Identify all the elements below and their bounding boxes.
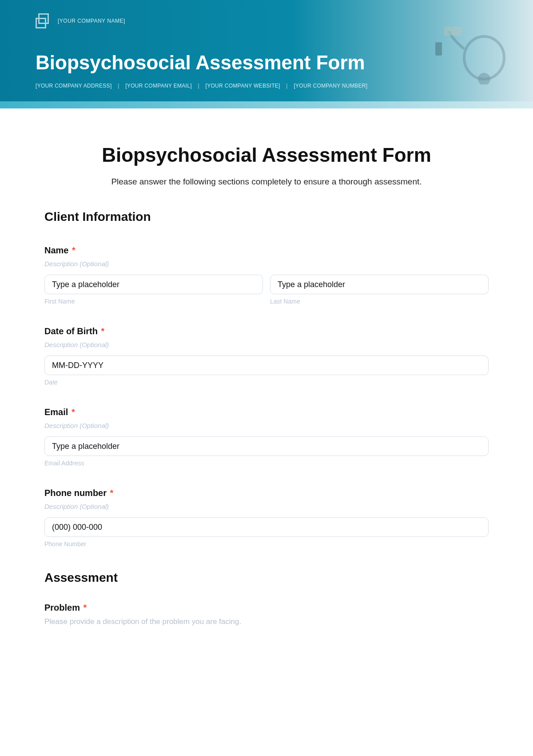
- phone-input[interactable]: [44, 517, 489, 537]
- field-sublabel: Phone Number: [44, 540, 489, 548]
- label-text: Email: [44, 407, 68, 417]
- required-mark: *: [84, 603, 87, 612]
- required-mark: *: [72, 245, 76, 255]
- company-website: [YOUR COMPANY WEBSITE]: [206, 83, 280, 89]
- separator: |: [118, 83, 119, 89]
- email-input[interactable]: [44, 436, 489, 456]
- svg-point-0: [464, 36, 504, 79]
- required-mark: *: [72, 407, 75, 417]
- company-logo-icon: [36, 13, 51, 28]
- required-mark: *: [101, 326, 105, 336]
- field-name: Name * Description (Optional) First Name…: [44, 245, 489, 305]
- page-title: Biopsychosocial Assessment Form: [44, 144, 489, 166]
- field-sublabel: Email Address: [44, 460, 489, 467]
- field-description: Description (Optional): [44, 260, 489, 268]
- form-content: Biopsychosocial Assessment Form Please a…: [0, 108, 533, 626]
- company-number: [YOUR COMPANY NUMBER]: [294, 83, 367, 89]
- section-client-information: Client Information: [44, 210, 489, 224]
- field-label: Name *: [44, 245, 489, 256]
- field-email: Email * Description (Optional) Email Add…: [44, 407, 489, 467]
- required-mark: *: [110, 488, 114, 498]
- company-name: [YOUR COMPANY NAME]: [58, 18, 125, 24]
- field-description: Please provide a description of the prob…: [44, 617, 489, 626]
- field-label: Phone number *: [44, 488, 489, 498]
- separator: |: [198, 83, 199, 89]
- label-text: Phone number: [44, 488, 107, 498]
- header-accent-bar: [0, 101, 533, 108]
- svg-rect-2: [444, 27, 462, 36]
- label-text: Problem: [44, 603, 80, 612]
- field-date-of-birth: Date of Birth * Description (Optional) D…: [44, 326, 489, 386]
- label-text: Date of Birth: [44, 326, 98, 336]
- label-text: Name: [44, 245, 68, 255]
- field-sublabel: Last Name: [270, 298, 489, 305]
- company-address: [YOUR COMPANY ADDRESS]: [36, 83, 112, 89]
- template-header: [YOUR COMPANY NAME] Biopsychosocial Asse…: [0, 0, 533, 101]
- last-name-input[interactable]: [270, 275, 489, 294]
- date-of-birth-input[interactable]: [44, 356, 489, 375]
- field-phone: Phone number * Description (Optional) Ph…: [44, 488, 489, 548]
- company-email: [YOUR COMPANY EMAIL]: [125, 83, 192, 89]
- field-problem: Problem * Please provide a description o…: [44, 603, 489, 626]
- field-label: Email *: [44, 407, 489, 417]
- field-sublabel: First Name: [44, 298, 263, 305]
- field-sublabel: Date: [44, 379, 489, 386]
- svg-rect-3: [435, 42, 442, 56]
- field-description: Description (Optional): [44, 422, 489, 429]
- stethoscope-icon: [426, 22, 515, 84]
- field-label: Date of Birth *: [44, 326, 489, 336]
- svg-point-1: [478, 73, 490, 84]
- section-assessment: Assessment: [44, 571, 489, 585]
- separator: |: [286, 83, 287, 89]
- field-label: Problem *: [44, 603, 489, 613]
- page-subtitle: Please answer the following sections com…: [44, 177, 489, 187]
- field-description: Description (Optional): [44, 503, 489, 510]
- field-description: Description (Optional): [44, 341, 489, 348]
- first-name-input[interactable]: [44, 275, 263, 294]
